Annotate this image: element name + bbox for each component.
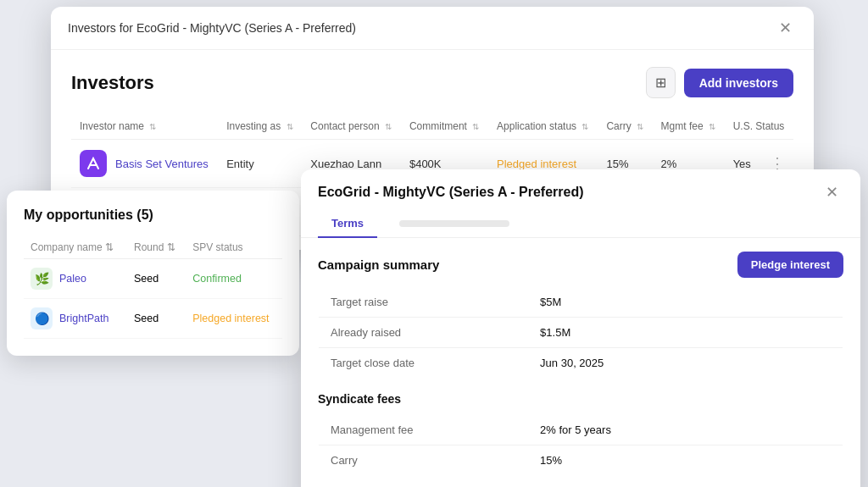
campaign-summary-section: Campaign summary Pledge interest: [318, 252, 843, 278]
col-investor-name: Investor name ⇅: [71, 113, 218, 140]
opp-logo-paleo: 🌿: [31, 268, 53, 290]
opp-company-cell-2: 🔵 BrightPath: [24, 299, 127, 339]
value-close-date: Jun 30, 2025: [528, 348, 843, 379]
sort-icon-carry: ⇅: [637, 122, 643, 131]
sort-icon-commitment: ⇅: [472, 122, 479, 131]
syndicate-fees-table: Management fee 2% for 5 years Carry 15%: [318, 414, 843, 476]
investor-name-cell: Basis Set Ventures: [71, 140, 218, 188]
sort-icon-contact: ⇅: [385, 122, 392, 131]
campaign-summary-title: Campaign summary: [318, 257, 439, 272]
detail-modal-title: EcoGrid - MightyVC (Series A - Preferred…: [318, 185, 584, 200]
value-already-raised: $1.5M: [528, 318, 843, 348]
table-row: Target raise $5M: [319, 287, 843, 318]
opportunities-title: My opportunities (5): [24, 208, 282, 223]
pledge-interest-button[interactable]: Pledge interest: [737, 252, 843, 278]
detail-tabs: Terms: [301, 210, 860, 238]
status-badge-pledged: Pledged interest: [497, 158, 576, 170]
opp-status-cell-2: Pledged interest: [186, 299, 282, 339]
opp-col-round: Round ⇅: [127, 236, 186, 259]
opp-round-cell: Seed: [127, 259, 186, 299]
opp-company-link-paleo[interactable]: Paleo: [59, 273, 86, 285]
col-carry: Carry ⇅: [598, 113, 652, 140]
investors-title-row: Investors ⊞ Add investors: [71, 67, 793, 98]
col-contact: Contact person ⇅: [302, 113, 401, 140]
status-badge-confirmed: Confirmed: [192, 273, 242, 285]
opp-round-cell-2: Seed: [127, 299, 186, 339]
table-row: Carry 15%: [319, 445, 843, 476]
investors-modal-close-button[interactable]: ✕: [774, 19, 797, 37]
opp-company-link-brightpath[interactable]: BrightPath: [59, 313, 108, 324]
tab-terms[interactable]: Terms: [318, 210, 377, 238]
modal-header-title: Investors for EcoGrid - MightyVC (Series…: [68, 21, 356, 35]
investing-as-cell: Entity: [218, 140, 302, 188]
opp-status-cell: Confirmed: [186, 259, 282, 299]
tab-placeholder: [399, 220, 509, 227]
opp-col-company: Company name ⇅: [24, 236, 127, 259]
investors-heading: Investors: [71, 72, 154, 94]
opportunities-panel: My opportunities (5) Company name ⇅ Roun…: [7, 191, 299, 356]
add-investors-button[interactable]: Add investors: [684, 69, 793, 97]
investor-name-link-basis[interactable]: Basis Set Ventures: [115, 158, 209, 170]
col-app-status: Application status ⇅: [488, 113, 598, 140]
modal-header: Investors for EcoGrid - MightyVC (Series…: [51, 7, 814, 50]
table-row: Management fee 2% for 5 years: [319, 415, 843, 445]
list-item: 🌿 Paleo Seed Confirmed: [24, 259, 282, 299]
list-item: 🔵 BrightPath Seed Pledged interest: [24, 299, 282, 339]
label-already-raised: Already raised: [319, 318, 529, 348]
sort-icon-investor: ⇅: [149, 122, 156, 131]
label-mgmt-fee: Management fee: [319, 415, 529, 445]
opp-header-row: Company name ⇅ Round ⇅ SPV status: [24, 236, 282, 259]
sort-icon-mgmt: ⇅: [709, 122, 715, 131]
detail-modal-body: Campaign summary Pledge interest Target …: [301, 238, 860, 487]
col-commitment: Commitment ⇅: [401, 113, 488, 140]
table-row: Already raised $1.5M: [319, 318, 843, 348]
detail-modal: EcoGrid - MightyVC (Series A - Preferred…: [301, 169, 860, 487]
value-carry: 15%: [528, 445, 843, 476]
label-close-date: Target close date: [319, 348, 529, 379]
syndicate-fees-title: Syndicate fees: [318, 392, 843, 406]
opp-logo-brightpath: 🔵: [31, 307, 53, 329]
opp-company-cell: 🌿 Paleo: [24, 259, 127, 299]
sort-icon-status: ⇅: [581, 122, 588, 131]
label-target-raise: Target raise: [319, 287, 529, 318]
opportunities-table: Company name ⇅ Round ⇅ SPV status 🌿 Pale…: [24, 236, 282, 339]
value-mgmt-fee: 2% for 5 years: [528, 415, 843, 445]
toolbar-right: ⊞ Add investors: [646, 67, 793, 98]
detail-modal-header: EcoGrid - MightyVC (Series A - Preferred…: [301, 169, 860, 202]
opp-col-spv: SPV status: [186, 236, 282, 259]
table-header-row: Investor name ⇅ Investing as ⇅ Contact p…: [71, 113, 793, 140]
campaign-summary-table: Target raise $5M Already raised $1.5M Ta…: [318, 286, 843, 379]
col-investing-as: Investing as ⇅: [218, 113, 302, 140]
grid-view-button[interactable]: ⊞: [646, 67, 676, 98]
value-target-raise: $5M: [528, 287, 843, 318]
sort-icon-opp-company: ⇅: [105, 241, 114, 253]
table-row: Target close date Jun 30, 2025: [319, 348, 843, 379]
label-carry: Carry: [319, 445, 529, 476]
detail-modal-close-button[interactable]: ✕: [821, 183, 843, 202]
status-badge-pledged-opp: Pledged interest: [192, 313, 269, 324]
sort-icon-opp-round: ⇅: [167, 241, 175, 253]
investor-logo-basis: [80, 150, 107, 177]
col-us-status: U.S. Status: [725, 113, 793, 140]
sort-icon-investing: ⇅: [287, 122, 293, 131]
col-mgmt-fee: Mgmt fee ⇅: [653, 113, 725, 140]
